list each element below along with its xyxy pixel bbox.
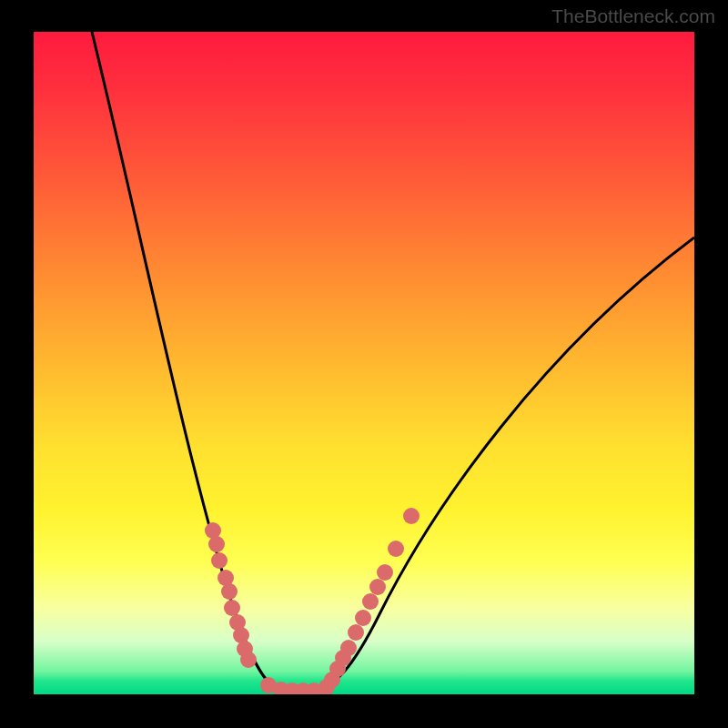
data-point-dot	[340, 640, 357, 656]
dot-cluster-right	[324, 508, 420, 688]
data-point-dot	[208, 536, 225, 552]
dot-cluster-valley	[260, 677, 335, 694]
data-point-dot	[348, 624, 364, 641]
data-point-dot	[211, 552, 228, 569]
chart-svg	[34, 32, 694, 694]
data-point-dot	[362, 593, 379, 610]
data-point-dot	[355, 610, 371, 626]
data-point-dot	[369, 579, 386, 595]
data-point-dot	[240, 652, 257, 668]
data-point-dot	[377, 564, 393, 581]
data-point-dot	[388, 541, 404, 557]
chart-plot-area	[34, 32, 694, 694]
data-point-dot	[403, 508, 420, 524]
watermark-text: TheBottleneck.com	[551, 5, 715, 27]
data-point-dot	[224, 600, 240, 616]
bottleneck-curve-path	[92, 32, 694, 691]
data-point-dot	[221, 583, 238, 600]
dot-cluster-left	[205, 522, 257, 668]
